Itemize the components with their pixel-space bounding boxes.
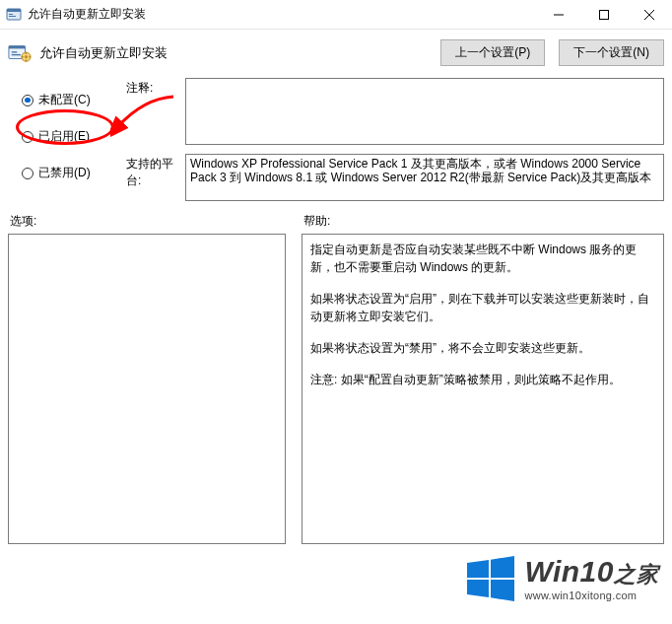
help-panel[interactable]: 指定自动更新是否应自动安装某些既不中断 Windows 服务的更新，也不需要重启… xyxy=(302,234,664,544)
titlebar: 允许自动更新立即安装 xyxy=(0,0,672,30)
radio-disabled[interactable]: 已禁用(D) xyxy=(22,165,126,181)
svg-marker-21 xyxy=(491,580,514,601)
svg-rect-3 xyxy=(9,16,16,17)
svg-marker-20 xyxy=(467,580,489,597)
supported-on-box[interactable]: Windows XP Professional Service Pack 1 及… xyxy=(185,154,664,201)
radio-label: 已启用(E) xyxy=(38,128,90,145)
next-setting-button[interactable]: 下一个设置(N) xyxy=(559,39,664,66)
radio-label: 已禁用(D) xyxy=(38,165,91,181)
radio-bullet-icon xyxy=(22,168,34,179)
svg-rect-16 xyxy=(22,55,24,56)
svg-point-13 xyxy=(25,55,28,58)
lower-section: 选项: 帮助: 指定自动更新是否应自动安装某些既不中断 Windows 服务的更… xyxy=(0,207,672,544)
help-paragraph: 如果将状态设置为“禁用”，将不会立即安装这些更新。 xyxy=(310,339,655,357)
upper-section: 未配置(C) 已启用(E) 已禁用(D) 注释: 支持的平台: Windows … xyxy=(0,74,672,207)
svg-rect-11 xyxy=(12,53,21,54)
svg-rect-14 xyxy=(26,52,27,54)
header: 允许自动更新立即安装 上一个设置(P) 下一个设置(N) xyxy=(0,30,672,74)
radio-enabled[interactable]: 已启用(E) xyxy=(22,128,126,145)
svg-rect-10 xyxy=(12,51,18,52)
svg-rect-15 xyxy=(26,59,27,61)
comment-textarea[interactable] xyxy=(185,78,664,145)
windows-logo-icon xyxy=(463,551,518,606)
help-label: 帮助: xyxy=(302,209,664,234)
options-label: 选项: xyxy=(8,209,286,234)
state-radios: 未配置(C) 已启用(E) 已禁用(D) xyxy=(8,78,126,207)
previous-setting-button[interactable]: 上一个设置(P) xyxy=(440,39,545,66)
supported-label: 支持的平台: xyxy=(126,154,185,189)
comment-label: 注释: xyxy=(126,78,185,97)
radio-label: 未配置(C) xyxy=(38,92,91,108)
radio-bullet-icon xyxy=(22,131,34,143)
watermark: Win10之家 www.win10xitong.com xyxy=(463,551,658,606)
help-paragraph: 如果将状态设置为“启用”，则在下载并可以安装这些更新装时，自动更新将立即安装它们… xyxy=(310,290,655,325)
svg-rect-17 xyxy=(29,55,31,56)
policy-title: 允许自动更新立即安装 xyxy=(39,44,168,62)
minimize-button[interactable] xyxy=(536,0,581,30)
watermark-url: www.win10xitong.com xyxy=(524,590,658,601)
help-paragraph: 注意: 如果“配置自动更新”策略被禁用，则此策略不起作用。 xyxy=(310,371,655,388)
close-button[interactable] xyxy=(627,0,672,30)
radio-bullet-icon xyxy=(22,95,34,106)
radio-not-configured[interactable]: 未配置(C) xyxy=(22,92,126,108)
svg-rect-5 xyxy=(600,10,609,19)
svg-marker-18 xyxy=(467,560,489,578)
svg-marker-19 xyxy=(491,556,514,578)
svg-rect-2 xyxy=(9,14,13,15)
app-icon xyxy=(6,7,22,23)
svg-rect-9 xyxy=(9,45,26,48)
policy-icon xyxy=(8,43,32,63)
watermark-brand: Win10之家 xyxy=(524,557,658,587)
options-panel[interactable] xyxy=(8,234,286,544)
help-paragraph: 指定自动更新是否应自动安装某些既不中断 Windows 服务的更新，也不需要重启… xyxy=(310,241,655,276)
svg-rect-1 xyxy=(7,9,21,12)
window-title: 允许自动更新立即安装 xyxy=(28,6,146,23)
maximize-button[interactable] xyxy=(581,0,627,30)
